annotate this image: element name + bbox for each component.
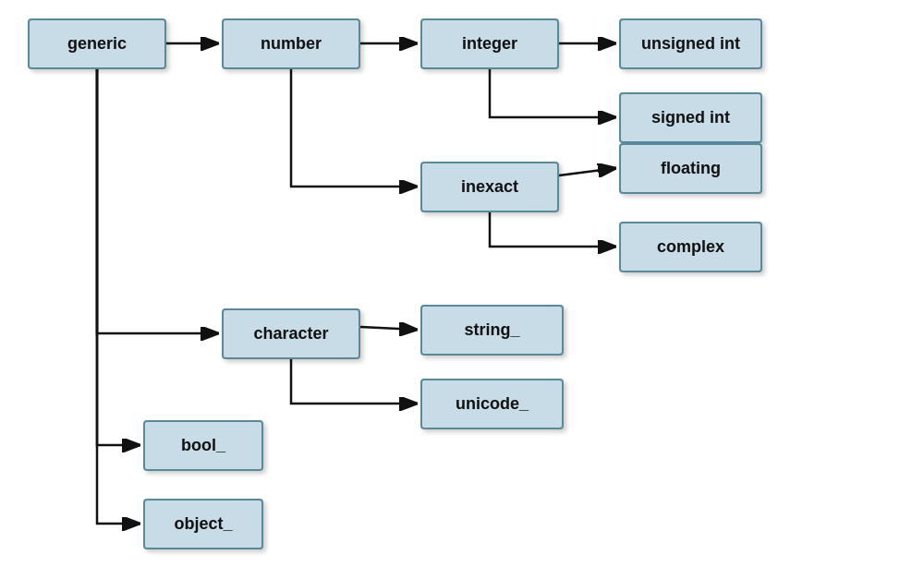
node-bool: bool_: [143, 420, 263, 471]
node-inexact: inexact: [420, 162, 559, 212]
arrows-svg: [0, 0, 924, 579]
diagram: generic number integer unsigned int sign…: [0, 0, 924, 579]
node-unsigned-int: unsigned int: [619, 18, 762, 69]
node-floating: floating: [619, 143, 762, 194]
node-object: object_: [143, 499, 263, 549]
node-signed-int: signed int: [619, 92, 762, 143]
node-unicode: unicode_: [420, 379, 564, 429]
node-generic: generic: [28, 18, 166, 69]
node-integer: integer: [420, 18, 559, 69]
node-string: string_: [420, 305, 564, 356]
svg-line-5: [360, 327, 418, 330]
node-complex: complex: [619, 222, 762, 272]
svg-line-4: [559, 168, 616, 175]
node-number: number: [222, 18, 360, 69]
node-character: character: [222, 308, 360, 359]
